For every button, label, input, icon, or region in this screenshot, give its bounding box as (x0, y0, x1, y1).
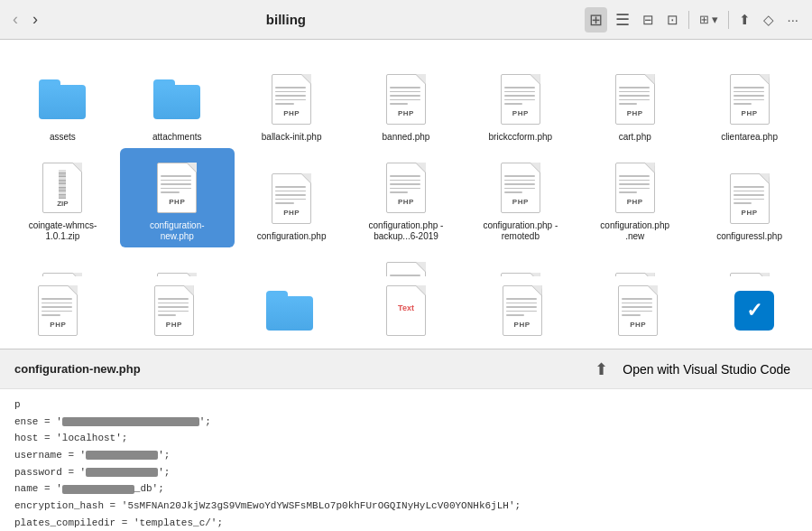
file-icon: PHP (39, 269, 86, 276)
file-icon: PHP (612, 159, 659, 217)
view-more-button[interactable]: ⊞ ▾ (695, 10, 724, 29)
file-item[interactable]: PHP dl.php (692, 247, 807, 276)
file-icon: PHP (383, 258, 429, 276)
action-button[interactable]: ··· (782, 9, 803, 30)
share-preview-button[interactable]: ⬆ (595, 359, 608, 379)
code-line: plates_compiledir = 'templates_c/'; (14, 515, 798, 531)
file-name: brickccform.php (489, 132, 553, 143)
file-item[interactable]: ZIP coingate-whmcs-1.0.1.zip (5, 148, 120, 247)
partial-file-item[interactable]: PHP (116, 276, 233, 349)
code-line: password = ' '; (14, 464, 798, 481)
file-item[interactable]: PHP configuration.php -remotedb (463, 148, 577, 247)
file-name: configuration.php .new (595, 220, 676, 242)
partial-file-icon: PHP (34, 282, 81, 340)
partial-file-item[interactable]: Text (348, 276, 465, 349)
file-item[interactable]: PHP ballack-init.php (235, 49, 349, 148)
file-name: configuration.php -remotedb (480, 220, 561, 242)
code-preview: pense = ' ';host = 'localhost';username … (0, 388, 812, 531)
file-item[interactable]: PHP dbconnect.php (463, 247, 577, 276)
file-item[interactable]: attachments (120, 49, 235, 148)
partial-file-item[interactable] (232, 276, 348, 349)
file-icon: PHP (497, 159, 544, 217)
file-icon (39, 70, 86, 128)
file-icon: PHP (726, 170, 773, 228)
file-item[interactable]: assets (5, 49, 120, 148)
partial-file-icon (266, 282, 313, 340)
view-columns-button[interactable]: ⊟ (638, 9, 659, 31)
file-item[interactable]: PHP creditcard.php (120, 247, 235, 276)
file-icon: PHP (612, 269, 659, 276)
file-name: clientarea.php (721, 132, 778, 143)
file-item[interactable]: PHP cart.php (577, 49, 692, 148)
code-line: username = ' '; (14, 447, 798, 464)
share-toolbar-button[interactable]: ⬆ (734, 9, 755, 31)
partial-file-icon: PHP (614, 282, 661, 340)
file-name: cart.php (619, 132, 651, 143)
file-name: coingate-whmcs-1.0.1.zip (22, 220, 103, 242)
divider2 (728, 11, 729, 29)
code-line: host = 'localhost'; (14, 430, 798, 447)
file-item[interactable]: PHP configuration-new.php (120, 148, 235, 247)
file-icon: PHP (612, 70, 659, 128)
file-item[interactable]: PHP configuration.php -backup...6-2019 (349, 148, 464, 247)
file-item[interactable]: PHP configuressl.php (692, 148, 807, 247)
view-controls: ⊞ ☰ ⊟ ⊡ ⊞ ▾ ⬆ ◇ ··· (585, 7, 803, 33)
view-list-button[interactable]: ☰ (611, 7, 634, 33)
file-name: assets (50, 132, 76, 143)
file-name: configuressl.php (716, 231, 782, 242)
preview-filename: configuration-new.php (14, 362, 584, 376)
file-icon: PHP (383, 70, 429, 128)
file-name: configuration.php -backup...6-2019 (365, 220, 447, 242)
view-grid-button[interactable]: ⊞ (585, 7, 607, 33)
file-name: configuration-new.php (136, 220, 217, 242)
partial-file-icon: PHP (151, 282, 198, 340)
file-icon: PHP (268, 170, 315, 228)
file-item[interactable]: PHP contact.php (5, 247, 120, 276)
file-name: configuration.php (257, 231, 327, 242)
view-cover-button[interactable]: ⊡ (662, 9, 683, 31)
preview-bar: configuration-new.php ⬆ Open with Visual… (0, 349, 812, 388)
tag-button[interactable]: ◇ (759, 9, 779, 31)
file-item[interactable]: crons (235, 247, 349, 276)
divider (688, 11, 689, 29)
file-item[interactable]: PHP brickccform.php (463, 49, 577, 148)
partial-file-item[interactable]: PHP (0, 276, 116, 349)
file-icon (153, 70, 200, 128)
code-line: encryption_hash = '5sMFNAn20JkjWz3gS9VmE… (14, 498, 798, 515)
code-line: name = ' _db'; (14, 480, 798, 498)
file-item[interactable]: PHP clientarea.php (692, 49, 807, 148)
file-name: ballack-init.php (262, 132, 322, 143)
open-with-vscode-button[interactable]: Open with Visual Studio Code (615, 359, 798, 380)
file-icon (268, 269, 315, 276)
file-grid-area: assets attachments PHP ballack-init.php … (0, 40, 812, 349)
partial-file-item[interactable]: PHP (580, 276, 697, 349)
file-item[interactable]: PHP custom_register.php (349, 247, 464, 276)
file-item[interactable]: PHP dist.loghandler.php (577, 247, 692, 276)
partial-file-item[interactable]: PHP (464, 276, 580, 349)
preview-actions: ⬆ Open with Visual Studio Code (595, 359, 798, 380)
partial-file-item[interactable]: ✓ (696, 276, 812, 349)
file-item[interactable]: PHP configuration.php .new (577, 148, 692, 247)
code-line: ense = ' '; (14, 414, 798, 431)
file-icon: ZIP (39, 159, 86, 217)
file-name: banned.php (383, 132, 430, 143)
file-icon: PHP (497, 269, 544, 276)
file-icon: PHP (383, 159, 429, 217)
file-grid: assets attachments PHP ballack-init.php … (0, 40, 812, 276)
code-line: p (14, 396, 798, 414)
file-icon: PHP (153, 159, 200, 217)
file-icon: PHP (497, 70, 544, 128)
partial-file-icon: PHP (499, 282, 546, 340)
toolbar: ‹ › billing ⊞ ☰ ⊟ ⊡ ⊞ ▾ ⬆ ◇ ··· (0, 0, 812, 40)
file-item[interactable]: PHP banned.php (349, 49, 464, 148)
partial-row: PHP PHP Text PHP (0, 276, 812, 349)
partial-file-icon: Text (383, 282, 429, 340)
file-icon: PHP (726, 269, 773, 276)
partial-file-icon: ✓ (731, 282, 778, 340)
file-icon: PHP (268, 70, 315, 128)
file-icon: PHP (153, 269, 200, 276)
breadcrumb-title: billing (0, 12, 577, 27)
file-icon: PHP (726, 70, 773, 128)
file-item[interactable]: PHP configuration.php (235, 148, 349, 247)
file-name: attachments (152, 132, 201, 143)
